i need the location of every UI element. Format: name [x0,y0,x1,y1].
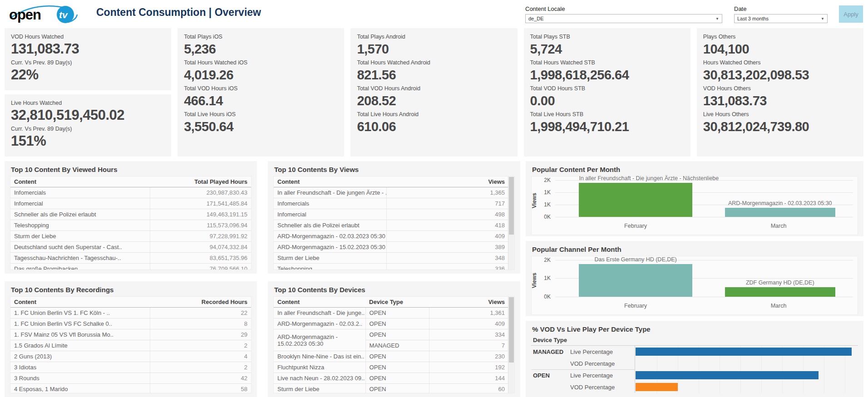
scrollbar[interactable] [508,176,514,270]
table-row[interactable]: Infomercial498 [274,209,508,220]
x-axis: February March [555,303,853,311]
scrollbar-thumb[interactable] [509,177,514,235]
table-row[interactable]: Infomercials230,987,830.43 [10,187,251,198]
table-row[interactable]: In aller Freundschaft - Die jungen Ärzte… [274,187,508,198]
kpi-value: 208.52 [357,92,511,110]
table-row[interactable]: Tagesschau-Nachrichten - Tagesschau-..83… [10,253,251,264]
value-cell: 334 [429,329,508,340]
bar-open-vod[interactable] [636,383,678,391]
content-locale-label: Content Locale [525,5,722,12]
kpi-value: 151% [11,132,165,150]
bar-label: ZDF Germany HD (DE,DE) [746,279,814,286]
scrollbar-thumb[interactable] [509,297,514,363]
dashboard: { "header": { "logo_open": "open", "logo… [0,0,868,397]
table-row[interactable]: 4 Esposas, 1 Marido58 [10,384,251,394]
content-cell: Live nach Neun - 28.02.2023 09.. [274,373,365,384]
kpi-value: 821.56 [357,66,511,84]
table-row[interactable]: 1. FC Union Berlin VS FC Schalke 0..8 [10,319,251,329]
table-row[interactable]: 3 Rounds42 [10,373,251,384]
x-axis: February March [555,223,853,231]
panel-popular-content: Popular Content Per Month Views 2K 1K 1K… [526,161,863,236]
device-type-cell: MANAGED [365,340,429,351]
kpi-value: 3,550.64 [184,118,338,136]
content-cell: Fluchtpunkt Nizza [274,362,365,373]
content-cell: Teleshopping [274,264,387,270]
bar-managed-live[interactable] [636,348,852,356]
table-row[interactable]: Fluchtpunkt NizzaOPEN192 [274,362,508,373]
content-locale-select[interactable]: de_DE ▼ [525,14,722,23]
date-label: Date [734,5,828,12]
content-cell: 4 Esposas, 1 Marido [10,384,150,394]
value-cell: 1,365 [387,187,508,198]
table-row[interactable]: 1. FSV Mainz 05 VS Vfl Borussia Mo..29 [10,329,251,340]
value-cell: 97,228,991.92 [150,231,252,242]
bar-february[interactable] [579,183,692,217]
kpi-value: 30,812,024,739.80 [703,118,857,136]
series-label: VOD Percentage [570,381,635,393]
table-row[interactable]: Schneller als die Polizei erlaubt418 [274,220,508,231]
table-row[interactable]: ARD-Morgenmagazin - 15.02.2023 05:30389 [274,242,508,253]
chart-row: VOD Percentage [531,358,858,369]
table-row[interactable]: ARD-Morgenmagazin - 02.03.2..OPEN409 [274,319,508,329]
date-select[interactable]: Last 3 months ▼ [734,14,828,23]
bar-label: Das Erste Germany HD (DE,DE) [594,256,676,263]
content-cell: ARD-Morgenmagazin - 15.02.2023 05:30 [274,329,365,351]
bar-open-live[interactable] [636,371,819,379]
device-type-cell: OPEN [365,373,429,384]
device-type-cell: OPEN [365,329,429,340]
y-tick: 0K [544,294,551,300]
content-cell: Schneller als die Polizei erlaubt [10,209,150,220]
kpi-label: Total Live Hours Android [357,111,511,118]
chart-title: % VOD Vs Live Play Per Device Type [531,324,858,336]
kpi-label: Hours Watched Others [703,59,857,66]
column-header: Total Played Hours [150,176,252,187]
kpi-value: 610.06 [357,118,511,136]
popular-channel-chart: Views 2K 1K 0K Das Erste Germany HD (DE,… [531,256,858,315]
table-row[interactable]: Teleshopping336 [274,264,508,270]
value-cell: 149,463,191.15 [150,209,252,220]
y-tick: 2K [544,177,551,183]
kpi-value: 466.14 [184,92,338,110]
bar-march[interactable] [725,208,835,217]
table-row[interactable]: 3 Idiotas2 [10,362,251,373]
y-tick: 2K [544,257,551,263]
scrollbar[interactable] [508,297,514,393]
table-row[interactable]: 1. FC Union Berlin VS 1. FC Köln - ..22 [10,308,251,319]
value-cell: 409 [387,231,508,242]
value-cell: 1,361 [429,308,508,319]
content-cell: 1. FSV Mainz 05 VS Vfl Borussia Mo.. [10,329,150,340]
table-row[interactable]: ARD-Morgenmagazin - 15.02.2023 05:30OPEN… [274,329,508,340]
kpi-card: Total Plays STB5,724Total Hours Watched … [524,28,690,157]
table-row[interactable]: In aller Freundschaft - Die junge..OPEN1… [274,308,508,319]
content-cell: Sturm der Liebe [10,231,150,242]
content-cell: 1. FC Union Berlin VS FC Schalke 0.. [10,319,150,329]
bar-february[interactable] [579,264,692,297]
table-row[interactable]: Infomercial171,541,485.84 [10,198,251,209]
series-label: Live Percentage [570,369,635,381]
value-cell: 76,709,566.10 [150,264,252,270]
kpi-value: 1,998,494,710.21 [530,118,684,136]
content-cell: 2 Guns (2013) [10,351,150,362]
table-row[interactable]: ARD-Morgenmagazin - 02.03.2023 05:30409 [274,231,508,242]
content-cell: ARD-Morgenmagazin - 02.03.2.. [274,319,365,329]
table-row[interactable]: 2 Guns (2013)4 [10,351,251,362]
table-row[interactable]: Infomercials717 [274,198,508,209]
devices-table: ContentDevice TypeViewsIn aller Freundsc… [273,296,515,393]
table-row[interactable]: Live nach Neun - 28.02.2023 09..OPEN144 [274,373,508,384]
table-row[interactable]: Sturm der Liebe97,228,991.92 [10,231,251,242]
table-row[interactable]: Das große Promibacken76,709,566.10 [10,264,251,270]
bar-march[interactable] [725,287,835,297]
content-cell: Sturm der Liebe [274,384,365,394]
table-row[interactable]: Schneller als die Polizei erlaubt149,463… [10,209,251,220]
table-row[interactable]: Brooklyn Nine-Nine - Das ist ein..OPEN23… [274,351,508,362]
table-row[interactable]: Teleshopping115,573,096.94 [10,220,251,231]
table-row[interactable]: Deutschland sucht den Superstar - Cast..… [10,242,251,253]
panel-title: Top 10 Content By Viewed Hours [10,165,252,176]
table-row[interactable]: Sturm der Liebe348 [274,253,508,264]
table-row[interactable]: Sturm der LiebeOPEN60 [274,384,508,394]
series-label: Live Percentage [570,346,635,358]
value-cell: 29 [150,329,252,340]
content-cell: Infomercial [10,198,150,209]
apply-button[interactable]: Apply [839,5,863,23]
table-row[interactable]: 1.5 Grados Al Límite2 [10,340,251,351]
